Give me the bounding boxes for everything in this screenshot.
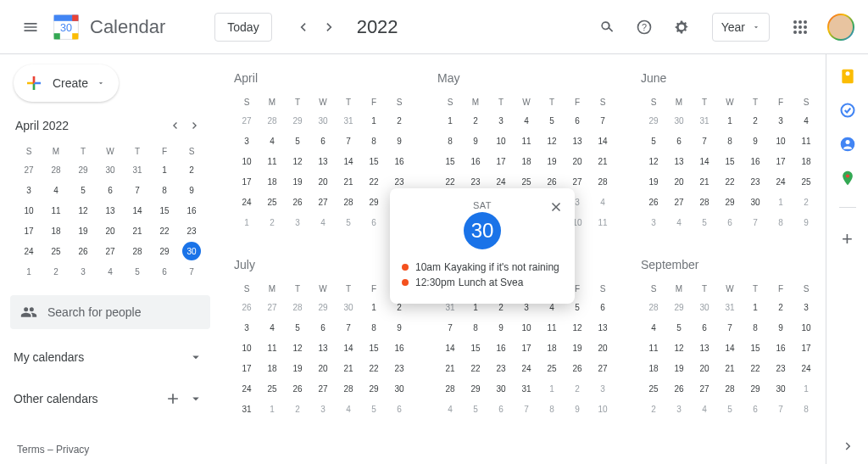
day-cell[interactable]: 28: [692, 192, 717, 212]
day-cell[interactable]: 5: [463, 399, 488, 419]
day-cell[interactable]: 28: [259, 110, 285, 131]
day-cell[interactable]: 2: [793, 192, 819, 212]
day-cell[interactable]: 1: [361, 297, 387, 317]
day-cell[interactable]: 6: [387, 399, 412, 419]
mini-day[interactable]: 28: [42, 159, 70, 180]
day-cell[interactable]: 20: [590, 338, 615, 358]
day-cell[interactable]: 17: [514, 338, 539, 358]
day-cell[interactable]: 7: [514, 399, 539, 419]
day-cell[interactable]: 21: [437, 358, 463, 378]
day-cell[interactable]: 7: [768, 399, 793, 419]
privacy-link[interactable]: Privacy: [56, 444, 89, 456]
day-cell[interactable]: 9: [768, 317, 793, 338]
day-cell[interactable]: 20: [310, 358, 336, 378]
app-logo[interactable]: 30 Calendar: [51, 12, 165, 42]
day-cell[interactable]: 10: [234, 151, 259, 171]
day-cell[interactable]: 15: [463, 338, 488, 358]
day-cell[interactable]: 30: [488, 378, 514, 399]
day-cell[interactable]: 20: [310, 171, 336, 192]
day-cell[interactable]: 27: [590, 358, 615, 378]
day-cell[interactable]: 7: [590, 110, 615, 131]
day-cell[interactable]: 19: [641, 171, 666, 192]
mini-day[interactable]: 3: [70, 261, 97, 282]
day-cell[interactable]: 23: [768, 358, 793, 378]
google-apps-button[interactable]: [783, 10, 817, 44]
day-cell[interactable]: 8: [463, 317, 488, 338]
day-cell[interactable]: 2: [259, 212, 285, 232]
day-cell[interactable]: 2: [768, 297, 793, 317]
day-cell[interactable]: 25: [641, 378, 666, 399]
mini-day[interactable]: 6: [151, 261, 178, 282]
day-cell[interactable]: 24: [793, 358, 819, 378]
day-cell[interactable]: 28: [590, 171, 615, 192]
day-cell[interactable]: 30: [768, 378, 793, 399]
day-cell[interactable]: 15: [743, 338, 768, 358]
day-cell[interactable]: 30: [666, 110, 692, 131]
day-cell[interactable]: 31: [336, 110, 361, 131]
day-cell[interactable]: 25: [259, 192, 285, 212]
mini-day[interactable]: 24: [15, 241, 42, 261]
day-cell[interactable]: 14: [437, 338, 463, 358]
day-cell[interactable]: 15: [717, 151, 743, 171]
main-menu-button[interactable]: [14, 10, 47, 44]
day-cell[interactable]: 12: [285, 338, 310, 358]
day-cell[interactable]: 21: [336, 171, 361, 192]
day-cell[interactable]: 31: [717, 297, 743, 317]
day-cell[interactable]: 29: [361, 192, 387, 212]
day-cell[interactable]: 5: [285, 317, 310, 338]
mini-day[interactable]: 1: [15, 261, 42, 282]
day-cell[interactable]: 20: [565, 151, 590, 171]
mini-day[interactable]: 4: [97, 261, 124, 282]
today-button[interactable]: Today: [214, 13, 271, 42]
day-cell[interactable]: 1: [793, 378, 819, 399]
day-cell[interactable]: 22: [717, 171, 743, 192]
day-cell[interactable]: 29: [743, 378, 768, 399]
day-cell[interactable]: 27: [310, 378, 336, 399]
day-cell[interactable]: 25: [793, 171, 819, 192]
day-cell[interactable]: 12: [539, 131, 565, 151]
day-cell[interactable]: 8: [793, 399, 819, 419]
mini-day[interactable]: 13: [97, 200, 124, 221]
day-cell[interactable]: 2: [641, 399, 666, 419]
day-cell[interactable]: 7: [743, 212, 768, 232]
day-cell[interactable]: 1: [437, 110, 463, 131]
next-period-button[interactable]: [316, 14, 343, 41]
day-cell[interactable]: 27: [259, 297, 285, 317]
day-cell[interactable]: 14: [336, 151, 361, 171]
popup-event[interactable]: 12:30pmLunch at Svea: [402, 275, 563, 290]
day-cell[interactable]: 28: [717, 378, 743, 399]
day-cell[interactable]: 10: [793, 317, 819, 338]
day-cell[interactable]: 11: [259, 338, 285, 358]
day-cell[interactable]: 28: [336, 378, 361, 399]
popup-event[interactable]: 10amKayaking if it's not raining: [402, 260, 563, 275]
day-cell[interactable]: 3: [793, 297, 819, 317]
day-cell[interactable]: 1: [768, 192, 793, 212]
day-cell[interactable]: 4: [259, 131, 285, 151]
day-cell[interactable]: 29: [463, 378, 488, 399]
maps-icon[interactable]: [839, 170, 856, 187]
day-cell[interactable]: 11: [641, 338, 666, 358]
mini-day[interactable]: 21: [124, 221, 151, 241]
mini-day[interactable]: 9: [178, 180, 205, 200]
day-cell[interactable]: 26: [285, 192, 310, 212]
day-cell[interactable]: 9: [743, 131, 768, 151]
day-cell[interactable]: 4: [692, 399, 717, 419]
mini-day[interactable]: 5: [70, 180, 97, 200]
other-calendars-toggle[interactable]: Other calendars: [10, 385, 210, 412]
day-cell[interactable]: 29: [285, 110, 310, 131]
day-cell[interactable]: 24: [514, 358, 539, 378]
day-cell[interactable]: 21: [692, 171, 717, 192]
day-cell[interactable]: 19: [565, 338, 590, 358]
day-cell[interactable]: 5: [692, 212, 717, 232]
day-cell[interactable]: 21: [717, 358, 743, 378]
day-cell[interactable]: 18: [514, 151, 539, 171]
day-cell[interactable]: 11: [259, 151, 285, 171]
day-cell[interactable]: 23: [387, 358, 412, 378]
day-cell[interactable]: 21: [590, 151, 615, 171]
day-cell[interactable]: 24: [768, 171, 793, 192]
day-cell[interactable]: 5: [539, 110, 565, 131]
addons-button[interactable]: +: [842, 228, 853, 250]
search-people-input[interactable]: Search for people: [10, 295, 210, 329]
day-cell[interactable]: 29: [310, 297, 336, 317]
day-cell[interactable]: 18: [793, 151, 819, 171]
